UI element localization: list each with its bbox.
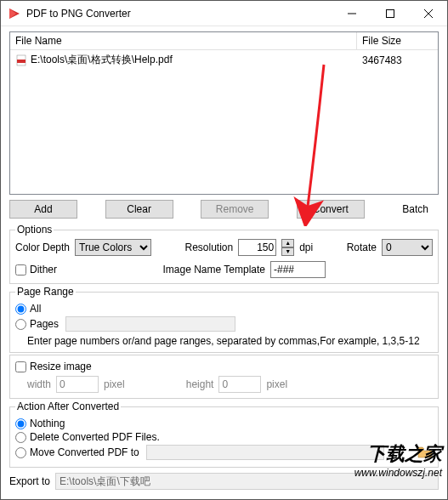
page-range-group: Page Range All Pages Enter page numbers …: [9, 286, 439, 353]
file-size-cell: 3467483: [357, 52, 438, 68]
action-legend: Action After Converted: [15, 401, 121, 412]
pdf-icon: [15, 54, 27, 66]
resolution-spinner[interactable]: ▲ ▼: [281, 239, 294, 256]
color-depth-label: Color Depth: [15, 241, 70, 253]
nothing-label: Nothing: [30, 418, 65, 429]
add-button[interactable]: Add: [9, 200, 77, 219]
batch-link[interactable]: Batch: [392, 203, 439, 215]
dither-checkbox[interactable]: [15, 264, 26, 276]
width-input[interactable]: [56, 376, 99, 393]
width-unit: pixel: [104, 378, 125, 390]
spinner-down-icon[interactable]: ▼: [281, 247, 294, 256]
page-range-hint: Enter page numbers or/and page ranges, s…: [27, 335, 433, 347]
options-legend: Options: [15, 224, 54, 236]
page-range-legend: Page Range: [15, 286, 76, 298]
export-input[interactable]: [55, 473, 439, 490]
app-icon: [8, 7, 21, 20]
file-name-cell: E:\tools\桌面\格式转换\Help.pdf: [10, 52, 357, 68]
all-radio[interactable]: [15, 304, 26, 315]
table-row[interactable]: E:\tools\桌面\格式转换\Help.pdf 3467483: [10, 50, 438, 70]
file-name-text: E:\tools\桌面\格式转换\Help.pdf: [31, 53, 173, 67]
template-input[interactable]: [270, 261, 326, 278]
export-label: Export to: [9, 475, 50, 487]
resolution-input[interactable]: [238, 239, 276, 256]
close-button[interactable]: [409, 1, 447, 26]
pages-radio[interactable]: [15, 319, 26, 330]
action-group: Action After Converted Nothing Delete Co…: [9, 401, 439, 468]
move-label: Move Converted PDF to: [30, 446, 139, 458]
delete-label: Delete Converted PDF Files.: [30, 431, 160, 443]
svg-rect-1: [386, 9, 394, 17]
height-unit: pixel: [266, 378, 287, 390]
color-depth-select[interactable]: True Colors: [75, 239, 151, 256]
rotate-select[interactable]: 0: [382, 239, 433, 256]
resolution-unit: dpi: [299, 241, 313, 253]
clear-button[interactable]: Clear: [105, 200, 173, 219]
remove-button[interactable]: Remove: [201, 200, 269, 219]
height-label: height: [186, 378, 214, 390]
rotate-label: Rotate: [347, 241, 377, 253]
move-radio[interactable]: [15, 447, 26, 458]
titlebar: PDF to PNG Converter: [1, 1, 447, 26]
window-title: PDF to PNG Converter: [26, 8, 332, 20]
column-header-name[interactable]: File Name: [10, 32, 357, 49]
convert-button[interactable]: Convert: [297, 200, 365, 219]
file-list-header: File Name File Size: [10, 32, 438, 50]
button-row: Add Clear Remove Convert Batch: [1, 195, 447, 222]
minimize-button[interactable]: [332, 1, 371, 26]
maximize-button[interactable]: [371, 1, 409, 26]
resize-group: Resize image width pixel height pixel: [9, 355, 439, 399]
all-label: All: [30, 303, 41, 315]
file-list[interactable]: File Name File Size E:\tools\桌面\格式转换\Hel…: [9, 31, 439, 195]
svg-rect-5: [17, 60, 26, 63]
nothing-radio[interactable]: [15, 418, 26, 429]
spinner-up-icon[interactable]: ▲: [281, 239, 294, 247]
move-input[interactable]: [146, 445, 384, 460]
width-label: width: [27, 378, 51, 390]
options-group: Options Color Depth True Colors Resoluti…: [9, 224, 439, 284]
resize-label: Resize image: [30, 361, 92, 372]
pages-label: Pages: [30, 318, 59, 330]
resize-checkbox[interactable]: [15, 361, 26, 372]
export-row: Export to: [1, 469, 447, 493]
folder-icon[interactable]: [417, 446, 433, 459]
dither-label: Dither: [30, 264, 57, 276]
height-input[interactable]: [218, 376, 261, 393]
pages-input[interactable]: [65, 316, 235, 332]
column-header-size[interactable]: File Size: [357, 32, 438, 49]
template-label: Image Name Template: [162, 264, 265, 276]
resolution-label: Resolution: [184, 241, 233, 253]
delete-radio[interactable]: [15, 432, 26, 443]
